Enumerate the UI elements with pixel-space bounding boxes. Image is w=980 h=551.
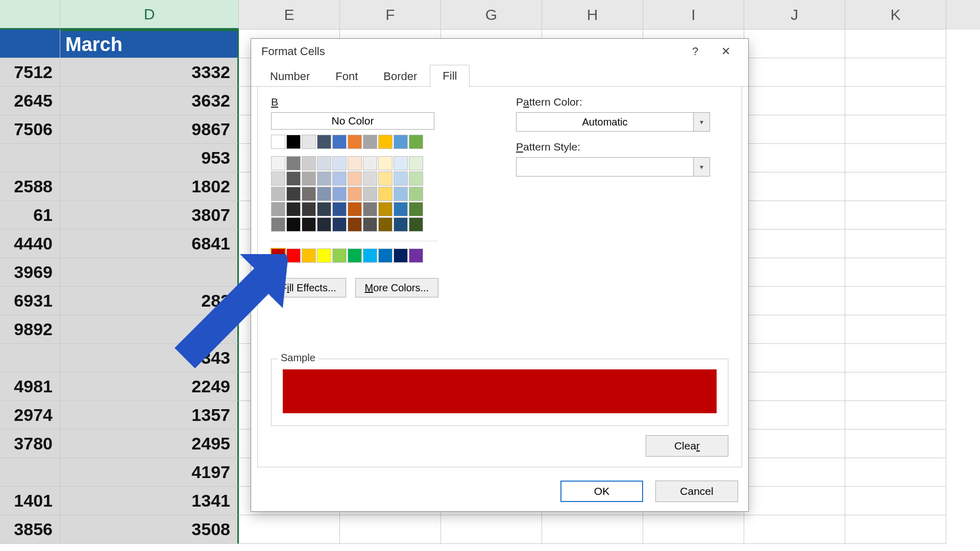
cell[interactable]: 8 xyxy=(60,315,239,344)
color-swatch[interactable] xyxy=(332,171,347,186)
cell[interactable] xyxy=(845,115,946,144)
color-swatch[interactable] xyxy=(348,248,362,263)
cell[interactable] xyxy=(239,515,340,544)
color-swatch[interactable] xyxy=(378,217,393,232)
color-swatch[interactable] xyxy=(271,135,285,149)
cell[interactable]: 9892 xyxy=(0,315,60,344)
cell[interactable] xyxy=(744,487,845,515)
column-header[interactable]: G xyxy=(441,0,542,30)
color-swatch[interactable] xyxy=(348,135,362,149)
cell[interactable]: 3969 xyxy=(0,258,60,287)
cell[interactable]: 343 xyxy=(60,344,239,372)
color-swatch[interactable] xyxy=(302,135,316,149)
cell[interactable]: 6841 xyxy=(60,230,239,258)
color-swatch[interactable] xyxy=(378,135,393,149)
color-swatch[interactable] xyxy=(332,156,347,170)
cell[interactable] xyxy=(441,515,542,544)
cell[interactable]: 2249 xyxy=(60,372,239,401)
cell[interactable] xyxy=(744,372,845,401)
color-swatch[interactable] xyxy=(378,202,393,216)
column-header[interactable]: E xyxy=(239,0,340,30)
color-swatch[interactable] xyxy=(317,135,331,149)
cell[interactable]: 3632 xyxy=(60,87,239,115)
cell[interactable]: 3780 xyxy=(0,430,60,458)
color-swatch[interactable] xyxy=(363,135,377,149)
color-swatch[interactable] xyxy=(286,135,301,149)
color-swatch[interactable] xyxy=(363,171,377,186)
cell[interactable] xyxy=(744,230,845,258)
color-swatch[interactable] xyxy=(394,202,408,216)
color-swatch[interactable] xyxy=(348,187,362,201)
cell[interactable] xyxy=(845,487,946,515)
color-swatch[interactable] xyxy=(409,202,423,216)
color-swatch[interactable] xyxy=(409,217,423,232)
cell[interactable] xyxy=(0,144,60,172)
color-swatch[interactable] xyxy=(286,202,301,216)
color-swatch[interactable] xyxy=(332,248,347,263)
color-swatch[interactable] xyxy=(271,217,285,232)
color-swatch[interactable] xyxy=(302,248,316,263)
cell[interactable]: 1357 xyxy=(60,401,239,430)
cell[interactable] xyxy=(744,172,845,201)
color-swatch[interactable] xyxy=(394,135,408,149)
color-swatch[interactable] xyxy=(409,135,423,149)
cell[interactable]: 4981 xyxy=(0,372,60,401)
cell[interactable] xyxy=(0,458,60,487)
cell[interactable] xyxy=(845,58,946,87)
cell[interactable] xyxy=(845,287,946,315)
cell[interactable]: 3807 xyxy=(60,201,239,230)
cell[interactable] xyxy=(0,344,60,372)
cell[interactable] xyxy=(744,287,845,315)
pattern-style-combo[interactable]: ▾ xyxy=(516,157,710,177)
cell[interactable] xyxy=(845,230,946,258)
cell[interactable]: 4197 xyxy=(60,458,239,487)
close-button[interactable]: ✕ xyxy=(710,39,741,64)
color-swatch[interactable] xyxy=(394,171,408,186)
color-swatch[interactable] xyxy=(394,156,408,170)
color-swatch[interactable] xyxy=(332,217,347,232)
cell[interactable]: 9867 xyxy=(60,115,239,144)
pattern-color-combo[interactable]: Automatic ▾ xyxy=(516,112,710,132)
cell[interactable] xyxy=(845,258,946,287)
cell[interactable] xyxy=(744,401,845,430)
color-swatch[interactable] xyxy=(363,187,377,201)
cell[interactable] xyxy=(845,30,946,58)
column-header[interactable]: I xyxy=(643,0,744,30)
cell[interactable]: 1341 xyxy=(60,487,239,515)
cell[interactable]: 2974 xyxy=(0,401,60,430)
clear-button[interactable]: Clear xyxy=(646,435,728,457)
cell[interactable] xyxy=(845,201,946,230)
color-swatch[interactable] xyxy=(302,217,316,232)
color-swatch[interactable] xyxy=(317,156,331,170)
column-header[interactable]: F xyxy=(340,0,441,30)
cell[interactable] xyxy=(744,458,845,487)
color-swatch[interactable] xyxy=(363,248,377,263)
more-colors-button[interactable]: More Colors... xyxy=(355,278,439,297)
cell[interactable]: 3856 xyxy=(0,515,60,544)
cell[interactable] xyxy=(744,58,845,87)
help-button[interactable]: ? xyxy=(680,39,710,64)
cell[interactable] xyxy=(744,144,845,172)
cell[interactable] xyxy=(845,515,946,544)
color-swatch[interactable] xyxy=(348,217,362,232)
color-swatch[interactable] xyxy=(317,202,331,216)
cell[interactable]: 1802 xyxy=(60,172,239,201)
cell[interactable] xyxy=(744,515,845,544)
color-swatch[interactable] xyxy=(394,187,408,201)
color-swatch[interactable] xyxy=(317,248,331,263)
color-swatch[interactable] xyxy=(378,171,393,186)
cancel-button[interactable]: Cancel xyxy=(655,481,738,502)
cell[interactable] xyxy=(744,315,845,344)
color-swatch[interactable] xyxy=(271,171,285,186)
color-swatch[interactable] xyxy=(363,217,377,232)
column-header[interactable]: K xyxy=(845,0,946,30)
color-swatch[interactable] xyxy=(271,202,285,216)
no-color-button[interactable]: No Color xyxy=(271,112,434,130)
cell[interactable]: 2645 xyxy=(0,87,60,115)
cell[interactable] xyxy=(845,172,946,201)
cell[interactable] xyxy=(744,115,845,144)
color-swatch[interactable] xyxy=(286,248,301,263)
cell[interactable]: 282 xyxy=(60,287,239,315)
color-swatch[interactable] xyxy=(317,217,331,232)
cell[interactable] xyxy=(542,515,643,544)
